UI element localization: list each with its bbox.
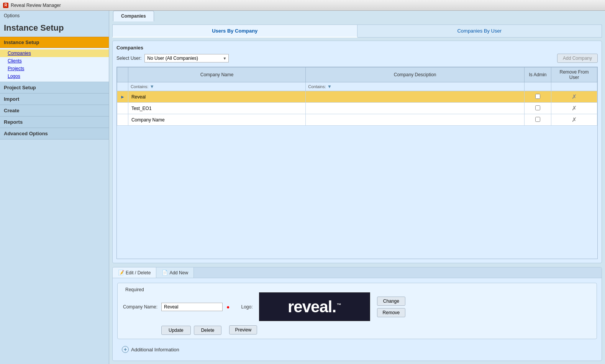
filter-company-desc: Contains: ▼ [306, 82, 525, 91]
panel: Users By Company Companies By User Compa… [109, 21, 605, 364]
select-user-row: Select User: No User (All Companies) Add… [116, 54, 598, 63]
tab-companies[interactable]: Companies [113, 11, 154, 21]
col-company-desc[interactable]: Company Desciption [306, 67, 525, 82]
additional-info-label: Additional Information [131, 347, 179, 353]
sidebar-main-title: Instance Setup [0, 21, 109, 37]
sidebar-options-label: Options [0, 11, 109, 21]
companies-section: Companies Select User: No User (All Comp… [112, 41, 602, 263]
companies-section-title: Companies [116, 45, 598, 51]
is-admin-checkbox-reveal[interactable] [535, 94, 540, 99]
title-bar: R Reveal Review Manager [0, 0, 605, 11]
filter-funnel-icon-2[interactable]: ▼ [327, 84, 332, 89]
sidebar-nav: Companies Clients Projects Logos [0, 48, 109, 82]
filter-company-name: Contains: ▼ [128, 82, 305, 91]
update-button[interactable]: Update [161, 326, 191, 335]
required-star: ● [226, 304, 230, 310]
filter-contains-label-2: Contains: [308, 84, 326, 89]
company-desc-reveal [306, 91, 525, 103]
tab-add-new[interactable]: 📄 Add New [156, 267, 194, 278]
additional-info-row[interactable]: + Additional Information [117, 343, 597, 356]
remove-reveal[interactable]: ✗ [551, 91, 597, 103]
company-name-reveal[interactable]: Reveal [128, 91, 305, 103]
filter-remove-cell [551, 82, 597, 91]
company-name-input[interactable] [161, 303, 223, 311]
remove-test[interactable]: ✗ [551, 103, 597, 114]
col-is-admin[interactable]: Is Admin [525, 67, 551, 82]
row-arrow-company [117, 114, 128, 126]
sidebar-item-project-setup[interactable]: Project Setup [0, 82, 109, 93]
is-admin-company[interactable] [525, 114, 551, 126]
sidebar-item-companies[interactable]: Companies [0, 49, 109, 57]
sidebar-item-clients[interactable]: Clients [0, 57, 109, 65]
row-arrow-reveal: ► [117, 91, 128, 103]
select-user-dropdown-wrapper[interactable]: No User (All Companies) [144, 54, 229, 62]
delete-button[interactable]: Delete [194, 326, 222, 335]
logo-label: Logo: [241, 304, 253, 310]
companies-table: Company Name Company Desciption Is Admin… [117, 67, 597, 126]
companies-table-wrapper: Company Name Company Desciption Is Admin… [116, 67, 598, 259]
preview-button[interactable]: Preview [229, 325, 257, 334]
filter-arrow-cell [117, 82, 128, 91]
add-new-icon: 📄 [162, 270, 168, 275]
tab-add-new-label: Add New [169, 270, 188, 275]
filter-is-admin-cell [525, 82, 551, 91]
table-row[interactable]: ► Reveal ✗ [117, 91, 597, 103]
remove-logo-button[interactable]: Remove [377, 308, 406, 317]
remove-company[interactable]: ✗ [551, 114, 597, 126]
app-icon: R [3, 3, 8, 8]
select-user-dropdown[interactable]: No User (All Companies) [144, 54, 229, 62]
table-row[interactable]: Company Name ✗ [117, 114, 597, 126]
is-admin-checkbox-test[interactable] [535, 105, 540, 110]
col-arrow [117, 67, 128, 82]
expand-icon[interactable]: + [122, 346, 129, 353]
edit-content: Required Company Name: ● Logo: reveal.™ [113, 278, 602, 361]
add-company-button[interactable]: Add Company [557, 54, 598, 63]
sub-tab-bar: Users By Company Companies By User [112, 25, 602, 38]
filter-funnel-icon-1[interactable]: ▼ [150, 84, 154, 89]
filter-contains-label-1: Contains: [131, 84, 148, 89]
logo-tm: ™ [337, 302, 341, 308]
tab-edit-delete-label: Edit / Delete [126, 270, 151, 275]
required-legend: Required [123, 287, 146, 292]
edit-panel: 📝 Edit / Delete 📄 Add New Required Compa… [112, 267, 602, 361]
row-arrow-test [117, 103, 128, 114]
sidebar-item-create[interactable]: Create [0, 105, 109, 116]
tab-bar: Companies [109, 11, 605, 21]
company-name-row: Company Name: ● Logo: reveal.™ [123, 292, 591, 321]
is-admin-checkbox-company[interactable] [535, 117, 540, 122]
sidebar-item-import[interactable]: Import [0, 93, 109, 105]
sidebar-section-instance-setup[interactable]: Instance Setup [0, 37, 109, 48]
sidebar: Options Instance Setup Instance Setup Co… [0, 11, 109, 364]
sidebar-item-projects[interactable]: Projects [0, 65, 109, 72]
company-desc-company [306, 114, 525, 126]
edit-icon: 📝 [118, 270, 124, 275]
select-user-label: Select User: [116, 56, 141, 61]
is-admin-reveal[interactable] [525, 91, 551, 103]
logo-preview-box: reveal.™ [259, 292, 370, 321]
company-name-company[interactable]: Company Name [128, 114, 305, 126]
sub-tab-users-by-company[interactable]: Users By Company [112, 25, 357, 38]
col-company-name[interactable]: Company Name [128, 67, 305, 82]
is-admin-test[interactable] [525, 103, 551, 114]
content-area: Companies Users By Company Companies By … [109, 11, 605, 364]
sub-tab-companies-by-user[interactable]: Companies By User [357, 25, 602, 38]
company-desc-test [306, 103, 525, 114]
sidebar-item-advanced-options[interactable]: Advanced Options [0, 128, 109, 139]
change-logo-button[interactable]: Change [377, 297, 406, 306]
sidebar-item-reports[interactable]: Reports [0, 116, 109, 128]
logo-main-text: reveal. [288, 298, 336, 316]
action-row: Update Delete Preview [123, 325, 591, 335]
company-name-test[interactable]: Test_EO1 [128, 103, 305, 114]
app-title: Reveal Review Manager [11, 3, 61, 8]
col-remove[interactable]: Remove From User [551, 67, 597, 82]
logo-buttons: Change Remove [377, 297, 406, 317]
logo-text: reveal.™ [288, 298, 341, 316]
company-name-label: Company Name: [123, 304, 157, 310]
edit-tabs: 📝 Edit / Delete 📄 Add New [113, 267, 602, 278]
action-buttons: Update Delete [161, 326, 221, 335]
plus-icon: + [124, 346, 127, 353]
tab-edit-delete[interactable]: 📝 Edit / Delete [113, 267, 156, 278]
required-group: Required Company Name: ● Logo: reveal.™ [117, 283, 597, 339]
sidebar-item-logos[interactable]: Logos [0, 72, 109, 80]
table-row[interactable]: Test_EO1 ✗ [117, 103, 597, 114]
